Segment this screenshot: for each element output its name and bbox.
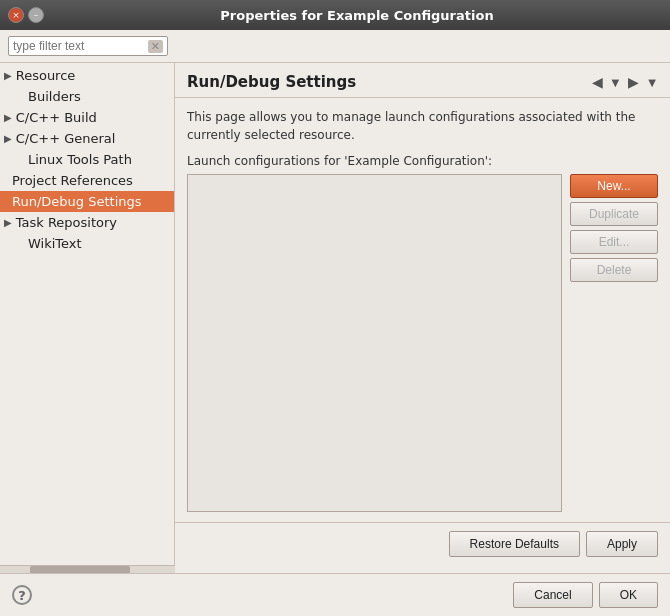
minimize-button[interactable]: –	[28, 7, 44, 23]
cancel-button[interactable]: Cancel	[513, 582, 592, 608]
edit-button[interactable]: Edit...	[570, 230, 658, 254]
panel-nav: ◀ ▼ ▶ ▼	[587, 71, 658, 93]
footer-left: ?	[12, 585, 32, 605]
right-panel: Run/Debug Settings ◀ ▼ ▶ ▼ This page all…	[175, 63, 670, 565]
sidebar-item-label: Resource	[16, 68, 76, 83]
arrow-icon: ▶	[4, 217, 12, 228]
sidebar-item-wikitext[interactable]: WikiText	[0, 233, 174, 254]
nav-back-button[interactable]: ◀	[587, 71, 608, 93]
sidebar-item-label: Task Repository	[16, 215, 117, 230]
main-container: ✕ ▶ Resource Builders ▶ C/C++ Build ▶ C/…	[0, 30, 670, 616]
arrow-icon: ▶	[4, 112, 12, 123]
filter-input[interactable]	[13, 39, 144, 53]
config-list	[187, 174, 562, 512]
nav-back-dropdown[interactable]: ▼	[610, 75, 622, 90]
sidebar-item-run-debug-settings[interactable]: Run/Debug Settings	[0, 191, 174, 212]
bottom-right: Restore Defaults Apply	[449, 531, 658, 557]
window-title: Properties for Example Configuration	[52, 8, 662, 23]
content-area: ▶ Resource Builders ▶ C/C++ Build ▶ C/C+…	[0, 63, 670, 565]
filter-row: ✕	[0, 30, 670, 63]
delete-button[interactable]: Delete	[570, 258, 658, 282]
ok-button[interactable]: OK	[599, 582, 658, 608]
sidebar-item-label: Builders	[28, 89, 81, 104]
launch-config-label: Launch configurations for 'Example Confi…	[187, 154, 658, 168]
sidebar-item-label: WikiText	[28, 236, 82, 251]
arrow-icon: ▶	[4, 133, 12, 144]
nav-forward-dropdown[interactable]: ▼	[646, 75, 658, 90]
sidebar-item-task-repository[interactable]: ▶ Task Repository	[0, 212, 174, 233]
panel-title: Run/Debug Settings	[187, 73, 356, 91]
restore-defaults-button[interactable]: Restore Defaults	[449, 531, 580, 557]
help-button[interactable]: ?	[12, 585, 32, 605]
arrow-icon: ▶	[4, 70, 12, 81]
sidebar-item-ccpp-build[interactable]: ▶ C/C++ Build	[0, 107, 174, 128]
sidebar-item-project-references[interactable]: Project References	[0, 170, 174, 191]
clear-filter-icon[interactable]: ✕	[148, 40, 163, 53]
sidebar-item-resource[interactable]: ▶ Resource	[0, 65, 174, 86]
duplicate-button[interactable]: Duplicate	[570, 202, 658, 226]
footer: ? Cancel OK	[0, 573, 670, 616]
sidebar-item-label: Linux Tools Path	[28, 152, 132, 167]
sidebar-item-label: C/C++ Build	[16, 110, 97, 125]
nav-back-icon: ◀	[592, 74, 603, 90]
sidebar-item-label: Run/Debug Settings	[12, 194, 142, 209]
nav-forward-icon: ▶	[628, 74, 639, 90]
titlebar: × – Properties for Example Configuration	[0, 0, 670, 30]
minimize-icon: –	[34, 10, 39, 20]
panel-body: This page allows you to manage launch co…	[175, 98, 670, 522]
close-icon: ×	[12, 10, 20, 20]
footer-right: Cancel OK	[513, 582, 658, 608]
titlebar-buttons: × –	[8, 7, 44, 23]
bottom-bar: Restore Defaults Apply	[175, 522, 670, 565]
sidebar-item-label: C/C++ General	[16, 131, 116, 146]
sidebar-item-label: Project References	[12, 173, 133, 188]
close-button[interactable]: ×	[8, 7, 24, 23]
panel-description: This page allows you to manage launch co…	[187, 108, 658, 144]
sidebar-item-ccpp-general[interactable]: ▶ C/C++ General	[0, 128, 174, 149]
sidebar-scrollbar-track	[0, 565, 175, 573]
nav-forward-button[interactable]: ▶	[623, 71, 644, 93]
apply-button[interactable]: Apply	[586, 531, 658, 557]
sidebar-item-builders[interactable]: Builders	[0, 86, 174, 107]
panel-header: Run/Debug Settings ◀ ▼ ▶ ▼	[175, 63, 670, 98]
sidebar: ▶ Resource Builders ▶ C/C++ Build ▶ C/C+…	[0, 63, 175, 565]
sidebar-item-linux-tools-path[interactable]: Linux Tools Path	[0, 149, 174, 170]
help-icon: ?	[18, 588, 26, 603]
filter-input-wrap: ✕	[8, 36, 168, 56]
config-area: New... Duplicate Edit... Delete	[187, 174, 658, 512]
new-button[interactable]: New...	[570, 174, 658, 198]
config-buttons: New... Duplicate Edit... Delete	[570, 174, 658, 512]
